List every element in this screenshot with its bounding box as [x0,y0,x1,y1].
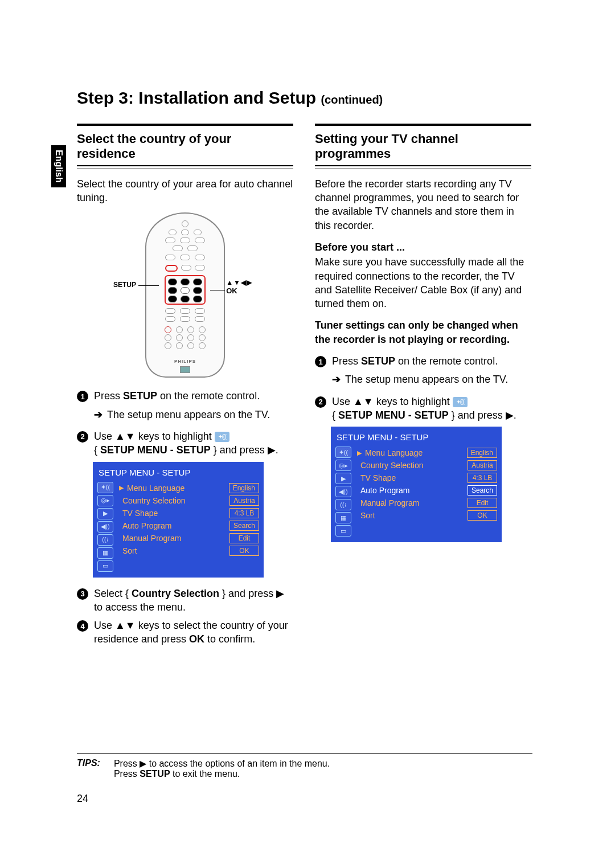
setup-menu-icon [453,397,468,407]
menu-row: Auto ProgramSearch [357,484,497,497]
page-title: Step 3: Installation and Setup (continue… [77,88,532,108]
step-4-left: 4 Use ▲▼ keys to select the country of y… [77,619,293,646]
menu-row: Country SelectionAustria [357,459,497,472]
left-column: Select the country of your residence Sel… [77,124,293,651]
menu-icon-rec: ▦ [335,512,351,523]
intro-text-left: Select the country of your area for auto… [77,177,293,205]
menu-sidebar-icons: ✦(( ◎▸ ▶ ◀)) ((≀ ▦ ▭ [335,447,352,537]
step-3-left: 3 Select { Country Selection } and press… [77,587,293,615]
page-number: 24 [77,793,88,805]
page-title-main: Step 3: Installation and Setup [77,88,316,107]
step-1-left-result: ➔ The setup menu appears on the TV. [94,408,293,421]
remote-label-setup: SETUP [113,281,136,289]
menu-row-label: TV Shape [360,473,396,482]
menu-sidebar-icons: ✦(( ◎▸ ▶ ◀)) ((≀ ▦ ▭ [97,482,114,572]
menu-row-label: Country Selection [122,496,186,505]
step-2-left: 2 Use ▲▼ keys to highlight { SETUP MENU … [77,429,293,457]
language-tab: English [51,145,66,187]
menu-icon-play: ▶ [335,473,351,484]
step-1-right: 1 Press SETUP on the remote control. [315,354,531,368]
menu-row-marker-icon: ▶ [357,449,362,457]
menu-row-label: Menu Language [127,484,184,493]
menu-icon-setup: ✦(( [97,482,113,493]
menu-row-value: 4:3 LB [229,508,259,518]
menu-icon-lang: ((≀ [97,534,113,546]
menu-row-value: OK [229,546,259,556]
menu-row-label: Auto Program [360,486,409,495]
intro-text-right: Before the recorder starts recording any… [315,177,531,232]
step-number-4-icon: 4 [77,620,88,632]
tips-label: TIPS: [77,758,100,779]
step-2-right: 2 Use ▲▼ keys to highlight { SETUP MENU … [315,395,531,423]
setup-menu-icon [215,432,229,442]
menu-icon-setup: ✦(( [335,447,351,458]
menu-row-value: Edit [229,533,259,543]
before-you-start-text: Make sure you have successfully made all… [315,255,531,310]
menu-row: SortOK [357,509,497,522]
menu-icon-disc: ◎▸ [97,495,113,506]
dpad-highlight [165,275,206,305]
menu-row-value: OK [468,510,497,521]
step-number-2-icon: 2 [315,396,326,408]
menu-icon-audio: ◀)) [97,521,113,533]
menu-row-label: Sort [122,546,137,555]
menu-row-value: 4:3 LB [468,473,497,483]
step-number-1-icon: 1 [315,356,326,367]
step-number-1-icon: 1 [77,391,88,402]
menu-row-label: Manual Program [360,498,420,507]
remote-brand: PHILIPS [146,359,224,364]
step-number-3-icon: 3 [77,588,88,600]
menu-icon-lang: ((≀ [335,499,351,510]
menu-row-value: English [467,448,497,458]
menu-icon-rec: ▦ [97,547,113,559]
menu-row: ▶Menu LanguageEnglish [119,482,259,494]
menu-row-label: Sort [360,511,375,520]
setup-menu-screenshot-right: SETUP MENU - SETUP ✦(( ◎▸ ▶ ◀)) ((≀ ▦ ▭ … [331,427,502,542]
menu-row-value: Austria [229,496,259,506]
menu-row-label: Menu Language [365,448,423,457]
menu-row-label: Manual Program [122,534,182,543]
menu-row-value: Edit [468,498,497,508]
menu-row-value: Search [468,485,497,496]
menu-row: Country SelectionAustria [119,494,259,507]
setup-menu-screenshot-left: SETUP MENU - SETUP ✦(( ◎▸ ▶ ◀)) ((≀ ▦ ▭ … [93,462,264,578]
menu-row: TV Shape4:3 LB [119,507,259,519]
remote-label-arrows: ▲▼◀▶ OK [226,279,252,295]
menu-row-value: Search [229,521,259,531]
menu-row: SortOK [119,544,259,557]
menu-row: TV Shape4:3 LB [357,472,497,484]
menu-row-marker-icon: ▶ [119,484,124,492]
tips-footer: TIPS: Press ▶ to access the options of a… [77,753,532,779]
menu-row: Manual ProgramEdit [357,497,497,509]
menu-row-label: TV Shape [122,509,158,518]
page-content: Step 3: Installation and Setup (continue… [77,88,532,651]
menu-row: ▶Menu LanguageEnglish [357,447,497,459]
menu-row-label: Auto Program [122,521,171,530]
tips-line-2: Press SETUP to exit the menu. [114,769,330,779]
menu-row: Manual ProgramEdit [119,532,259,544]
step-1-right-result: ➔ The setup menu appears on the TV. [332,372,531,386]
menu-row-label: Country Selection [360,461,424,470]
menu-title: SETUP MENU - SETUP [97,465,259,482]
menu-row: Auto ProgramSearch [119,519,259,532]
remote-illustration: PHILIPS SETUP ▲▼◀▶ OK [77,212,293,378]
step-1-left: 1 Press SETUP on the remote control. [77,389,293,403]
menu-icon-disc: ◎▸ [335,460,351,471]
tips-line-1: Press ▶ to access the options of an item… [114,758,330,769]
step-number-2-icon: 2 [77,431,88,443]
section-heading-tv-channel: Setting your TV channel programmes [315,124,531,166]
before-you-start-label: Before you start ... [315,240,531,254]
menu-icon-hdd: ▭ [335,525,351,537]
menu-title: SETUP MENU - SETUP [335,430,497,447]
right-column: Setting your TV channel programmes Befor… [315,124,531,651]
result-arrow-icon: ➔ [332,372,341,386]
remote-logo [180,366,190,373]
section-heading-residence: Select the country of your residence [77,124,293,166]
page-title-continued: (continued) [321,93,383,106]
menu-icon-audio: ◀)) [335,486,351,497]
menu-row-value: English [229,483,259,493]
result-arrow-icon: ➔ [94,408,102,421]
tuner-warning: Tuner settings can only be changed when … [315,318,531,346]
menu-row-value: Austria [468,460,497,470]
menu-icon-play: ▶ [97,508,113,519]
